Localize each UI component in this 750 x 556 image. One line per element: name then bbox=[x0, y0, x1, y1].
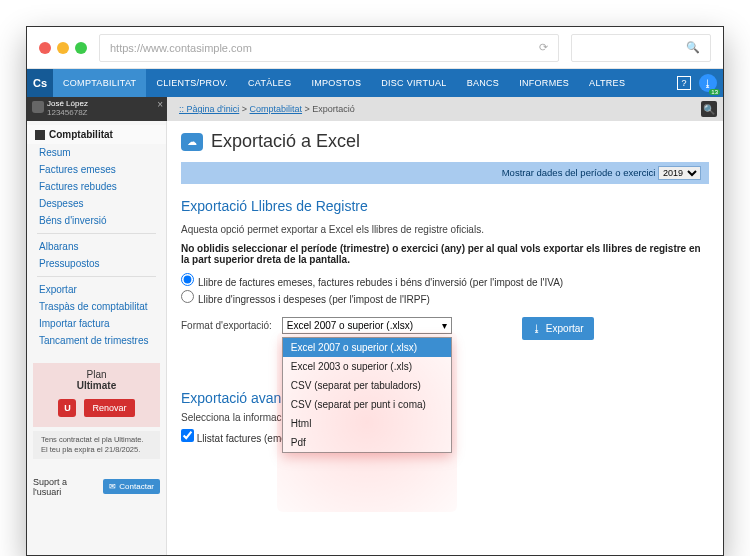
export-button[interactable]: ⭳ Exportar bbox=[522, 317, 594, 340]
period-bar: Mostrar dades del període o exercici 201… bbox=[181, 162, 709, 184]
radio-iva-label: Llibre de factures emeses, factures rebu… bbox=[198, 277, 563, 288]
user-id: 12345678Z bbox=[47, 109, 167, 118]
nav-cataleg[interactable]: CATÀLEG bbox=[238, 69, 301, 97]
section-registre-title: Exportació Llibres de Registre bbox=[181, 198, 709, 214]
sidebar-item-tancament[interactable]: Tancament de trimestres bbox=[27, 332, 166, 349]
format-option-xlsx[interactable]: Excel 2007 o superior (.xlsx) bbox=[283, 338, 451, 357]
radio-group: Llibre de factures emeses, factures rebu… bbox=[181, 273, 709, 305]
search-toggle-icon[interactable]: 🔍 bbox=[701, 101, 717, 117]
format-option-pdf[interactable]: Pdf bbox=[283, 433, 451, 452]
radio-irpf-label: Llibre d'ingressos i despeses (per l'imp… bbox=[198, 294, 430, 305]
checkbox-llistat-input[interactable] bbox=[181, 429, 194, 442]
contact-button-label: Contactar bbox=[119, 482, 154, 491]
radio-iva[interactable]: Llibre de factures emeses, factures rebu… bbox=[181, 273, 709, 288]
breadcrumb: :: Pàgina d'inici > Comptabilitat > Expo… bbox=[167, 104, 355, 114]
refresh-icon[interactable]: ⟳ bbox=[539, 41, 548, 54]
avatar[interactable]: ⭳ bbox=[699, 74, 717, 92]
support-label: Suport a l'usuari bbox=[33, 477, 97, 497]
nav-clients[interactable]: CLIENTS/PROV. bbox=[146, 69, 238, 97]
page-title: ☁ Exportació a Excel bbox=[181, 131, 709, 152]
section-registre-desc: Aquesta opció permet exportar a Excel el… bbox=[181, 224, 709, 235]
sidebar-item-pressupostos[interactable]: Pressupostos bbox=[27, 255, 166, 272]
cloud-upload-icon: ☁ bbox=[181, 133, 203, 151]
url-input[interactable]: https://www.contasimple.com ⟳ bbox=[99, 34, 559, 62]
contact-button[interactable]: ✉ Contactar bbox=[103, 479, 160, 494]
sidebar-item-importar[interactable]: Importar factura bbox=[27, 315, 166, 332]
user-box[interactable]: José López 12345678Z × bbox=[27, 97, 167, 121]
download-icon: ⭳ bbox=[532, 323, 542, 334]
page-title-label: Exportació a Excel bbox=[211, 131, 360, 152]
format-option-csv-tab[interactable]: CSV (separat per tabuladors) bbox=[283, 376, 451, 395]
nav-comptabilitat[interactable]: COMPTABILITAT bbox=[53, 69, 146, 97]
sidebar-item-despeses[interactable]: Despeses bbox=[27, 195, 166, 212]
sidebar-header-label: Comptabilitat bbox=[49, 129, 113, 140]
format-select-value: Excel 2007 o superior (.xlsx) bbox=[287, 320, 413, 331]
plan-note: Tens contractat el pla Ultimate. El teu … bbox=[33, 431, 160, 459]
nav-disc[interactable]: DISC VIRTUAL bbox=[371, 69, 456, 97]
traffic-lights bbox=[39, 42, 87, 54]
top-nav: Cs COMPTABILITAT CLIENTS/PROV. CATÀLEG I… bbox=[27, 69, 723, 97]
radio-iva-input[interactable] bbox=[181, 273, 194, 286]
logo[interactable]: Cs bbox=[27, 69, 53, 97]
support-box: Suport a l'usuari ✉ Contactar bbox=[33, 477, 160, 497]
main-content: ☁ Exportació a Excel Mostrar dades del p… bbox=[167, 121, 723, 555]
user-icon bbox=[32, 101, 44, 113]
radio-irpf-input[interactable] bbox=[181, 290, 194, 303]
plan-title-b: Ultimate bbox=[77, 380, 116, 391]
sidebar-item-traspas[interactable]: Traspàs de comptabilitat bbox=[27, 298, 166, 315]
help-icon[interactable]: ? bbox=[677, 76, 691, 90]
sidebar-item-bens[interactable]: Béns d'inversió bbox=[27, 212, 166, 229]
format-option-xls[interactable]: Excel 2003 o superior (.xls) bbox=[283, 357, 451, 376]
sidebar-item-albarans[interactable]: Albarans bbox=[27, 238, 166, 255]
sidebar-header: Comptabilitat bbox=[27, 125, 166, 144]
browser-bar: https://www.contasimple.com ⟳ 🔍 bbox=[27, 27, 723, 69]
minimize-icon[interactable] bbox=[57, 42, 69, 54]
format-dropdown: Excel 2007 o superior (.xlsx) Excel 2003… bbox=[282, 337, 452, 453]
plan-title-a: Plan bbox=[86, 369, 106, 380]
sidebar-item-factures-rebudes[interactable]: Factures rebudes bbox=[27, 178, 166, 195]
search-icon: 🔍 bbox=[686, 41, 700, 54]
radio-irpf[interactable]: Llibre d'ingressos i despeses (per l'imp… bbox=[181, 290, 709, 305]
browser-search-input[interactable]: 🔍 bbox=[571, 34, 711, 62]
plan-box: PlanUltimate U Renovar bbox=[33, 363, 160, 427]
close-icon[interactable] bbox=[39, 42, 51, 54]
sidebar-item-resum[interactable]: Resum bbox=[27, 144, 166, 161]
close-user-icon[interactable]: × bbox=[157, 99, 163, 110]
nav-informes[interactable]: INFORMES bbox=[509, 69, 579, 97]
format-option-csv-semi[interactable]: CSV (separat per punt i coma) bbox=[283, 395, 451, 414]
breadcrumb-last: Exportació bbox=[312, 104, 355, 114]
format-label: Format d'exportació: bbox=[181, 317, 272, 331]
user-bar: José López 12345678Z × :: Pàgina d'inici… bbox=[27, 97, 723, 121]
maximize-icon[interactable] bbox=[75, 42, 87, 54]
sidebar-item-factures-emeses[interactable]: Factures emeses bbox=[27, 161, 166, 178]
document-icon bbox=[35, 130, 45, 140]
period-label: Mostrar dades del període o exercici bbox=[502, 167, 656, 178]
nav-impostos[interactable]: IMPOSTOS bbox=[301, 69, 371, 97]
period-select[interactable]: 2019 bbox=[658, 166, 701, 180]
sidebar: Comptabilitat Resum Factures emeses Fact… bbox=[27, 121, 167, 555]
chevron-down-icon: ▾ bbox=[442, 320, 447, 331]
url-text: https://www.contasimple.com bbox=[110, 42, 252, 54]
section-registre-bold: No oblidis seleccionar el període (trime… bbox=[181, 243, 701, 265]
sidebar-item-exportar[interactable]: Exportar bbox=[27, 281, 166, 298]
format-option-html[interactable]: Html bbox=[283, 414, 451, 433]
nav-altres[interactable]: ALTRES bbox=[579, 69, 635, 97]
nav-bancs[interactable]: BANCS bbox=[457, 69, 510, 97]
export-button-label: Exportar bbox=[546, 323, 584, 334]
breadcrumb-home[interactable]: :: Pàgina d'inici bbox=[179, 104, 239, 114]
mail-icon: ✉ bbox=[109, 482, 116, 491]
breadcrumb-mid[interactable]: Comptabilitat bbox=[250, 104, 303, 114]
renovar-button[interactable]: Renovar bbox=[84, 399, 134, 417]
plan-badge-icon: U bbox=[58, 399, 76, 417]
